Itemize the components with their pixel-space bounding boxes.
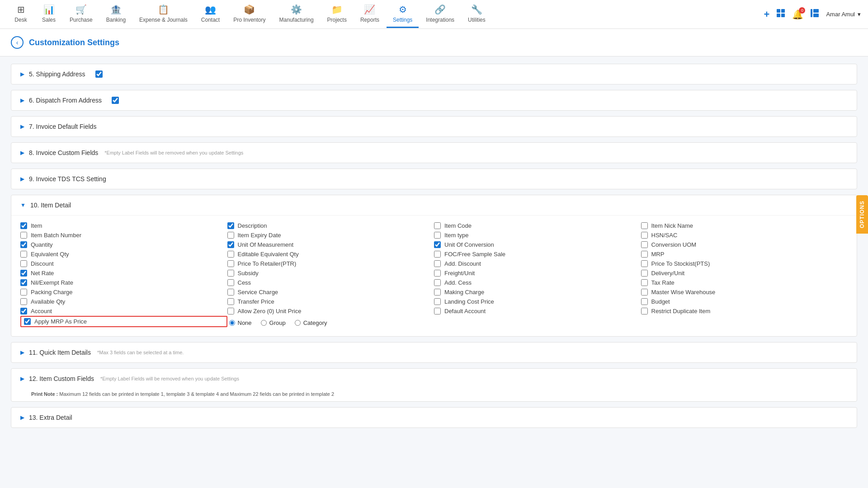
section-quick-item-header[interactable]: ▶ 11. Quick Item Details *Max 3 fields c… [11,343,857,362]
nav-utilities[interactable]: 🔧 Utilities [462,0,492,28]
section-item-custom-header[interactable]: ▶ 12. Item Custom Fields *Empty Label Fi… [11,369,857,389]
nil-exempt-label: Nil/Exempt Rate [31,279,73,286]
section-item-custom-title: 12. Item Custom Fields [29,375,94,382]
section-dispatch-header[interactable]: ▶ 6. Dispatch From Address [11,90,857,110]
master-warehouse-checkbox[interactable] [641,289,648,296]
nav-proinventory[interactable]: 📦 Pro Inventory [227,0,272,28]
layout-icon[interactable] [810,8,820,20]
hsn-sac-checkbox[interactable] [641,232,648,239]
section-quick-item-note: *Max 3 fields can be selected at a time. [97,350,184,355]
notification-badge: 0 [799,7,805,14]
radio-group-input[interactable] [261,320,267,326]
budget-checkbox[interactable] [641,298,648,305]
mrp-checkbox[interactable] [641,251,648,258]
nav-integrations-label: Integrations [426,17,454,23]
nav-reports[interactable]: 📈 Reports [354,0,386,28]
nav-sales[interactable]: 📊 Sales [35,0,62,28]
nav-expense[interactable]: 📋 Expense & Journals [133,0,194,28]
item-code-checkbox[interactable] [434,222,441,229]
foc-checkbox[interactable] [434,251,441,258]
section-extra-detail-header[interactable]: ▶ 13. Extra Detail [11,408,857,427]
section-invoice-tds-header[interactable]: ▶ 9. Invoice TDS TCS Setting [11,169,857,189]
landing-cost-checkbox[interactable] [434,298,441,305]
transfer-price-checkbox[interactable] [227,298,234,305]
nav-purchase[interactable]: 🛒 Purchase [63,0,99,28]
uom-checkbox[interactable] [227,241,234,248]
chevron-right-icon: ▶ [20,176,24,182]
nav-reports-label: Reports [360,17,379,23]
nil-exempt-checkbox[interactable] [20,279,27,286]
equiv-qty-checkbox[interactable] [20,251,27,258]
radio-category-input[interactable] [295,320,301,326]
price-stockist-checkbox[interactable] [641,260,648,267]
quantity-checkbox[interactable] [20,241,27,248]
default-account-checkbox[interactable] [434,308,441,314]
delivery-unit-checkbox[interactable] [641,270,648,277]
editable-equiv-checkbox[interactable] [227,251,234,258]
add-discount-checkbox[interactable] [434,260,441,267]
landing-cost-label: Landing Cost Price [444,298,494,305]
section-shipping-checkbox[interactable] [95,70,103,78]
description-checkbox[interactable] [227,222,234,229]
add-button[interactable]: + [764,9,770,20]
transfer-price-label: Transfer Price [238,298,274,305]
section-shipping-header[interactable]: ▶ 5. Shipping Address [11,64,857,84]
options-sidebar[interactable]: OPTIONS [856,195,868,234]
item-type-checkbox[interactable] [434,232,441,239]
section-invoice-tds: ▶ 9. Invoice TDS TCS Setting [11,169,857,189]
nav-projects[interactable]: 📁 Projects [321,0,353,28]
nav-banking[interactable]: 🏦 Banking [100,0,132,28]
price-retailer-checkbox[interactable] [227,260,234,267]
nav-contact[interactable]: 👥 Contact [195,0,226,28]
item-nick-checkbox[interactable] [641,222,648,229]
checkbox-item: Account [20,306,227,316]
nav-manufacturing[interactable]: ⚙️ Manufacturing [273,0,320,28]
net-rate-checkbox[interactable] [20,270,27,277]
checkbox-item: Editable Equivalent Qty [227,249,434,259]
chevron-down-icon: ▼ [20,202,26,208]
tax-rate-checkbox[interactable] [641,279,648,286]
checkbox-item: Conversion UOM [641,240,848,249]
add-cess-checkbox[interactable] [434,279,441,286]
section-invoice-default-header[interactable]: ▶ 7. Invoice Default Fields [11,117,857,136]
chevron-right-icon: ▶ [20,71,24,77]
apply-mrp-checkbox[interactable] [24,318,31,325]
service-charge-checkbox[interactable] [227,289,234,296]
table-icon[interactable] [776,8,786,20]
item-batch-checkbox[interactable] [20,232,27,239]
freight-unit-checkbox[interactable] [434,270,441,277]
checkbox-item: Price To Retailer(PTR) [227,259,434,268]
back-button[interactable]: ‹ [11,36,24,49]
item-checkbox[interactable] [20,222,27,229]
radio-none-input[interactable] [229,320,235,326]
checkbox-item: Description [227,221,434,230]
desk-icon: ⊞ [17,4,25,15]
restrict-dup-checkbox[interactable] [641,308,648,314]
subsidy-label: Subsidy [238,270,259,277]
checkbox-item: Allow Zero (0) Unit Price [227,306,434,316]
discount-checkbox[interactable] [20,260,27,267]
account-checkbox[interactable] [20,308,27,314]
foc-label: FOC/Free Sample Sale [444,251,505,258]
cess-checkbox[interactable] [227,279,234,286]
subsidy-checkbox[interactable] [227,270,234,277]
reports-icon: 📈 [364,4,375,15]
uoc-checkbox[interactable] [434,241,441,248]
nav-settings[interactable]: ⚙ Settings [387,0,419,28]
making-charge-checkbox[interactable] [434,289,441,296]
manufacturing-icon: ⚙️ [291,4,302,15]
item-expiry-checkbox[interactable] [227,232,234,239]
allow-zero-checkbox[interactable] [227,308,234,314]
chevron-right-icon: ▶ [20,150,24,156]
section-item-detail-header[interactable]: ▼ 10. Item Detail [11,195,857,215]
user-menu[interactable]: Amar Amul ▾ [826,11,861,18]
nav-proinventory-label: Pro Inventory [233,17,265,23]
nav-integrations[interactable]: 🔗 Integrations [420,0,461,28]
available-qty-checkbox[interactable] [20,298,27,305]
nav-desk[interactable]: ⊞ Desk [7,0,34,28]
section-dispatch-checkbox[interactable] [112,97,119,104]
notification-icon[interactable]: 🔔 0 [792,9,803,20]
packing-charge-checkbox[interactable] [20,289,27,296]
conversion-uom-checkbox[interactable] [641,241,648,248]
section-invoice-custom-header[interactable]: ▶ 8. Invoice Custom Fields *Empty Label … [11,143,857,163]
